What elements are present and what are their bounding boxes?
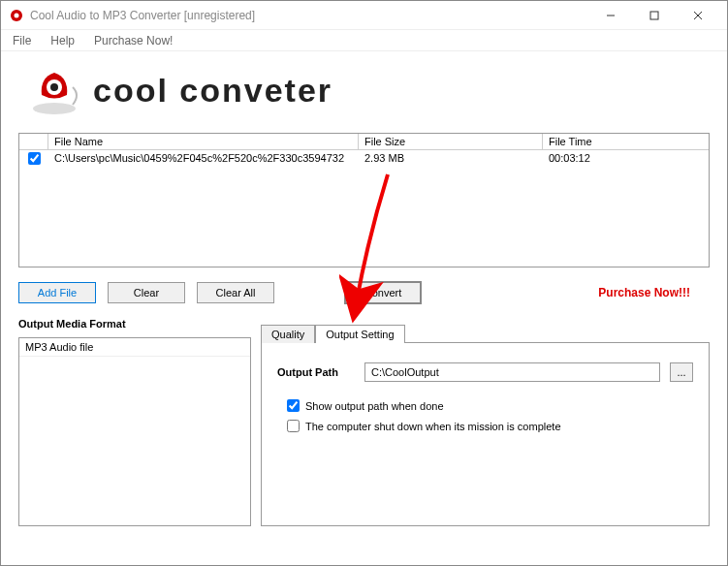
svg-point-1 — [15, 13, 19, 17]
format-panel: Output Media Format MP3 Audio file — [18, 314, 251, 526]
row-filename: C:\Users\pc\Music\0459%2F045c%2F520c%2F3… — [48, 150, 359, 167]
toolbar: Add File Clear Clear All Convert Purchas… — [1, 267, 727, 314]
close-button[interactable] — [676, 2, 719, 29]
tabs: Quality Output Setting — [261, 324, 710, 342]
clear-button[interactable]: Clear — [108, 282, 185, 303]
format-list[interactable]: MP3 Audio file — [18, 337, 251, 526]
table-body: C:\Users\pc\Music\0459%2F045c%2F520c%2F3… — [19, 150, 709, 267]
show-path-checkbox[interactable] — [287, 399, 300, 412]
minimize-button[interactable] — [588, 2, 632, 29]
row-filetime: 00:03:12 — [543, 150, 709, 167]
row-checkbox[interactable] — [28, 152, 41, 165]
col-time-header[interactable]: File Time — [543, 134, 709, 149]
col-name-header[interactable]: File Name — [48, 134, 359, 149]
browse-button[interactable]: ... — [670, 362, 693, 382]
convert-button[interactable]: Convert — [344, 281, 422, 304]
shutdown-checkbox[interactable] — [287, 420, 300, 432]
show-path-label: Show output path when done — [305, 400, 444, 412]
tab-content: Output Path ... Show output path when do… — [261, 342, 710, 526]
titlebar: Cool Audio to MP3 Converter [unregistere… — [1, 1, 727, 30]
menu-purchase[interactable]: Purchase Now! — [86, 32, 180, 49]
logo-text: cool conveter — [93, 72, 332, 109]
format-panel-title: Output Media Format — [18, 314, 251, 337]
logo-area: cool conveter — [1, 51, 727, 133]
col-check-header[interactable] — [19, 134, 48, 149]
show-path-option[interactable]: Show output path when done — [277, 395, 693, 416]
table-row[interactable]: C:\Users\pc\Music\0459%2F045c%2F520c%2F3… — [19, 150, 709, 167]
svg-point-8 — [50, 83, 58, 91]
shutdown-option[interactable]: The computer shut down when its mission … — [277, 416, 693, 436]
purchase-link[interactable]: Purchase Now!!! — [598, 286, 710, 299]
output-path-label: Output Path — [277, 366, 355, 378]
tab-output-setting[interactable]: Output Setting — [315, 325, 404, 343]
output-path-input[interactable] — [364, 362, 660, 382]
svg-rect-3 — [650, 12, 658, 19]
menu-file[interactable]: File — [5, 32, 39, 49]
window-title: Cool Audio to MP3 Converter [unregistere… — [30, 9, 588, 22]
add-file-button[interactable]: Add File — [18, 282, 96, 303]
format-item[interactable]: MP3 Audio file — [19, 338, 250, 357]
app-icon — [9, 8, 24, 23]
menu-help[interactable]: Help — [43, 32, 82, 49]
maximize-button[interactable] — [632, 2, 676, 29]
tab-quality[interactable]: Quality — [261, 325, 315, 343]
logo-icon: cool conveter — [20, 63, 447, 121]
clear-all-button[interactable]: Clear All — [197, 282, 274, 303]
file-table: File Name File Size File Time C:\Users\p… — [18, 133, 710, 267]
shutdown-label: The computer shut down when its mission … — [305, 421, 561, 432]
row-filesize: 2.93 MB — [359, 150, 543, 167]
col-size-header[interactable]: File Size — [359, 134, 543, 149]
settings-panel: Quality Output Setting Output Path ... S… — [261, 314, 710, 526]
svg-point-6 — [33, 103, 76, 114]
menubar: File Help Purchase Now! — [1, 30, 727, 51]
table-header: File Name File Size File Time — [19, 134, 709, 150]
window-controls — [588, 2, 719, 29]
